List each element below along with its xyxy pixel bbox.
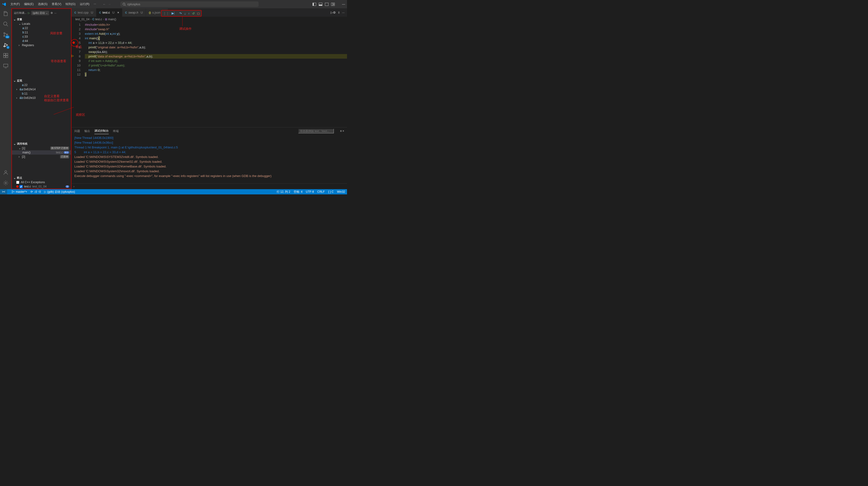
panel-filter-input[interactable]: [298, 129, 334, 133]
layout-left-icon[interactable]: [312, 2, 316, 6]
menu-item[interactable]: 查看(V): [50, 1, 63, 7]
sync-status[interactable]: ⟳ ↓0 ↑0: [31, 190, 41, 193]
watch-item[interactable]: a: 22: [12, 83, 71, 87]
svg-rect-19: [6, 53, 8, 55]
remote-button[interactable]: ><: [0, 189, 7, 194]
encoding-status[interactable]: UTF-8: [306, 190, 314, 194]
account-icon[interactable]: [2, 169, 9, 176]
menu-item[interactable]: 选择(S): [36, 1, 49, 7]
menu-item[interactable]: 转到(G): [64, 1, 77, 7]
main-menu: 文件(F)编辑(E)选择(S)查看(V)转到(G)运行(R)···: [8, 1, 98, 7]
minimize-button[interactable]: —: [342, 2, 345, 6]
layout-controls: —: [312, 2, 345, 6]
restart-icon[interactable]: ↺: [192, 12, 195, 15]
editor-tab[interactable]: Ctest.cU×: [96, 8, 122, 17]
thread-1[interactable]: ⌄[1]因 STEP 已暂停: [12, 146, 71, 150]
step-into-icon[interactable]: ↓: [184, 12, 186, 15]
menu-item[interactable]: 编辑(E): [22, 1, 35, 7]
thread-2[interactable]: ›[2]已暂停: [12, 155, 71, 159]
breakpoints-title[interactable]: ⌄断点: [12, 175, 71, 180]
layout-bottom-icon[interactable]: [319, 2, 322, 6]
breadcrumb-item[interactable]: ⊞ main(): [105, 18, 116, 21]
stop-icon[interactable]: ◻: [197, 12, 200, 15]
lang-status[interactable]: { } C: [328, 190, 334, 194]
panel-tab[interactable]: 调试控制台: [94, 128, 109, 134]
variable-item[interactable]: d: 44: [12, 39, 71, 43]
step-over-icon[interactable]: ↷: [179, 12, 182, 15]
run-icon[interactable]: ▷⚙: [331, 11, 336, 14]
breadcrumb-item[interactable]: C test.c: [92, 18, 102, 21]
command-center[interactable]: cplusplus: [120, 1, 258, 7]
gear-icon[interactable]: ⚙: [51, 11, 53, 14]
grip-icon[interactable]: ⋮⋮: [163, 12, 169, 15]
editor-area: Ctest.cppUCtest.cU×Cswap.hU{}s.jsonU▷⚙⫴·…: [71, 8, 347, 189]
watch-item[interactable]: ›&a: 0x61fe14: [12, 87, 71, 92]
debug-console-output[interactable]: [New Thread 14436.0x1900][New Thread 144…: [71, 135, 347, 184]
scm-icon[interactable]: 11: [2, 31, 9, 38]
explorer-icon[interactable]: [2, 10, 9, 17]
branch-status[interactable]: master*+: [11, 190, 27, 193]
frame-main[interactable]: main()test.c8:1: [12, 150, 71, 155]
debug-status[interactable]: ▷ (gdb) 启动 (cplusplus): [44, 190, 75, 194]
watch-item[interactable]: ›&b: 0x61fe10: [12, 96, 71, 100]
panel-tab[interactable]: 终端: [113, 128, 119, 134]
split-icon[interactable]: ⫴: [338, 11, 340, 14]
bp-check-excpp[interactable]: [16, 181, 19, 184]
watch-item[interactable]: b: 11: [12, 92, 71, 96]
code-body[interactable]: #include<stdio.h>#include"swap.h"extern …: [85, 22, 347, 127]
breadcrumb-item[interactable]: test_01_04: [75, 18, 89, 21]
gutter[interactable]: 1234567▷89101112: [71, 22, 85, 127]
svg-rect-18: [6, 56, 8, 58]
variables-section: ⌄变量 ⌄Locals a: 22b: 11c: 33d: 44 ›Regist…: [12, 17, 71, 47]
code-editor[interactable]: 1234567▷89101112 #include<stdio.h>#inclu…: [71, 22, 347, 127]
debug-toolbar[interactable]: ⋮⋮ ▶⎸ ↷ ↓ ↑ ↺ ◻: [161, 10, 202, 17]
editor-tab[interactable]: Ctest.cppU: [71, 8, 96, 17]
debug-console-input[interactable]: ›: [71, 184, 347, 189]
debug-icon[interactable]: 1: [2, 42, 9, 48]
menu-item[interactable]: ···: [92, 1, 98, 7]
menu-item[interactable]: 文件(F): [8, 1, 22, 7]
bp-check-file[interactable]: [20, 185, 23, 188]
nav-back[interactable]: ←: [103, 2, 106, 6]
start-debug-icon[interactable]: ▷: [28, 11, 30, 14]
variables-title[interactable]: ⌄变量: [12, 17, 71, 22]
watch-title[interactable]: ⌄监视: [12, 78, 71, 83]
menu-item[interactable]: 运行(R): [78, 1, 92, 7]
extensions-icon[interactable]: [2, 52, 9, 59]
registers-node[interactable]: ›Registers: [12, 43, 71, 47]
panel-tabs: 问题输出调试控制台终端 ≡ ×: [71, 127, 347, 135]
vscode-logo: [2, 2, 6, 6]
variable-item[interactable]: b: 11: [12, 30, 71, 35]
more-icon[interactable]: ···: [54, 12, 57, 14]
callstack-title[interactable]: ⌄调用堆栈: [12, 141, 71, 146]
debug-config-dropdown[interactable]: (gdb) 启动 ⌄: [31, 11, 49, 15]
panel-tab[interactable]: 问题: [74, 128, 80, 134]
os-status[interactable]: Win32: [337, 190, 345, 194]
variable-item[interactable]: c: 33: [12, 35, 71, 39]
bp-exceptions[interactable]: All C++ Exceptions: [12, 180, 71, 184]
remote-explorer-icon[interactable]: [2, 63, 9, 69]
variable-item[interactable]: a: 22: [12, 26, 71, 30]
panel-tab[interactable]: 输出: [84, 128, 90, 134]
eol-status[interactable]: CRLF: [317, 190, 324, 194]
svg-point-22: [5, 170, 7, 172]
locals-node[interactable]: ⌄Locals: [12, 22, 71, 26]
nav-fwd[interactable]: →: [108, 2, 111, 6]
svg-point-25: [12, 192, 13, 193]
editor-tab[interactable]: Cswap.hU: [122, 8, 146, 17]
cursor-pos[interactable]: 行 12, 列 2: [277, 190, 290, 194]
layout-right-icon[interactable]: [325, 2, 329, 6]
continue-icon[interactable]: ▶⎸: [172, 11, 177, 15]
breadcrumb[interactable]: test_01_04›C test.c›⊞ main(): [71, 17, 347, 22]
more-icon[interactable]: ···: [342, 11, 345, 14]
svg-rect-6: [325, 3, 329, 6]
debug-sidebar: 运行和调... ▷ (gdb) 启动 ⌄ ⚙ ··· ⌄变量 ⌄Locals a…: [11, 8, 71, 189]
indent-status[interactable]: 空格: 4: [293, 190, 303, 194]
nav-arrows: ← →: [103, 2, 111, 6]
bp-file[interactable]: test.ctest_01_045: [12, 184, 71, 189]
step-out-icon[interactable]: ↑: [188, 12, 190, 15]
sidebar-title: 运行和调...: [14, 11, 27, 15]
layout-custom-icon[interactable]: [331, 2, 335, 6]
settings-icon[interactable]: [2, 180, 9, 186]
search-icon[interactable]: [2, 21, 9, 27]
